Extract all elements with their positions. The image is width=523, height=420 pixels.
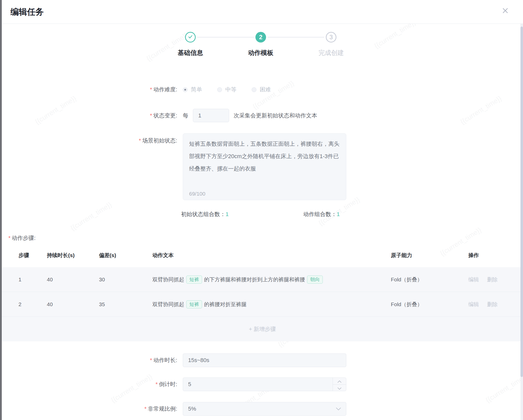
stepper-down-button[interactable]: [333, 385, 346, 391]
col-duration: 持续时长(s): [47, 252, 75, 259]
step-3-label: 完成创建: [301, 49, 361, 57]
cell-deviation: 35: [99, 301, 105, 307]
duration-row: *动作时长: 15s~80s: [2, 353, 523, 367]
cell-step: 2: [18, 301, 22, 307]
scrollbar-thumb[interactable]: [520, 27, 523, 377]
cell-action-text: 双臂协同抓起短裤的下方裤腿和裤腰对折到上方的裤腿和裤腰朝向: [152, 276, 325, 284]
cell-ability: Fold（折叠）: [391, 301, 423, 308]
duration-label: *动作时长:: [2, 356, 177, 364]
cell-duration: 40: [47, 301, 53, 307]
entity-tag: 短裤: [186, 276, 202, 284]
required-asterisk: *: [150, 357, 152, 363]
cell-action-text: 双臂协同抓起短裤的裤腰对折至裤腿: [152, 300, 247, 308]
cell-step: 1: [18, 277, 22, 283]
countdown-value: 5: [188, 381, 191, 388]
cell-deviation: 30: [99, 277, 105, 283]
action-steps-section-label: *动作步骤:: [8, 234, 36, 242]
state-change-prefix: 每: [183, 112, 188, 119]
add-step-button[interactable]: + 新增步骤: [249, 325, 276, 333]
close-icon: [501, 7, 509, 15]
initial-state-label: *场景初始状态:: [2, 133, 177, 144]
chevron-down-icon: [336, 408, 341, 410]
table-row: 14030双臂协同抓起短裤的下方裤腿和裤腰对折到上方的裤腿和裤腰朝向Fold（折…: [2, 267, 523, 292]
col-step: 步骤: [18, 252, 29, 259]
cell-ability: Fold（折叠）: [391, 276, 423, 283]
step-1-indicator: [185, 32, 196, 43]
radio-label: 简单: [191, 86, 202, 93]
close-button[interactable]: [500, 6, 510, 16]
edit-task-dialog: {{current_time}}{{current_time}}{{curren…: [2, 0, 523, 420]
char-counter: 69/100: [189, 191, 205, 197]
edit-link[interactable]: 编辑: [468, 277, 479, 282]
chevron-down-icon: [337, 385, 341, 391]
radio-icon: [252, 87, 256, 92]
cell-duration: 40: [47, 277, 53, 283]
required-asterisk: *: [144, 406, 147, 412]
difficulty-radio[interactable]: 简单: [183, 86, 202, 93]
modal-backdrop-edge: [0, 0, 2, 420]
action-combo-value: 1: [337, 211, 340, 217]
initial-state-row: *场景初始状态: 短裤五条数据背面朝上，五条数据正面朝上，裤腰朝右，离头部视野下…: [2, 133, 523, 200]
action-text-segment: 双臂协同抓起: [152, 277, 184, 282]
initial-state-textarea[interactable]: 短裤五条数据背面朝上，五条数据正面朝上，裤腰朝右，离头部视野下方至少20cm之外…: [183, 133, 346, 200]
required-asterisk: *: [150, 112, 152, 119]
state-change-value: 1: [198, 112, 201, 119]
step-1-label: 基础信息: [160, 49, 221, 57]
duration-value: 15s~80s: [188, 357, 209, 364]
col-actions: 操作: [468, 252, 479, 259]
initial-combo-count: 初始状态组合数：1: [181, 211, 229, 218]
step-2-label: 动作模板: [230, 49, 291, 57]
steps-table-body: 14030双臂协同抓起短裤的下方裤腿和裤腰对折到上方的裤腿和裤腰朝向Fold（折…: [2, 267, 523, 341]
add-step-row: + 新增步骤: [2, 317, 523, 341]
step-2-number: 2: [259, 34, 262, 41]
entity-tag: 朝向: [307, 276, 323, 284]
col-deviation: 偏差(s): [99, 252, 116, 259]
steps-table-header: 步骤 持续时长(s) 偏差(s) 动作文本 原子能力 操作: [2, 252, 523, 263]
action-combo-count: 动作组合数：1: [303, 211, 340, 218]
step-2-indicator: 2: [255, 32, 266, 43]
edit-link[interactable]: 编辑: [468, 301, 479, 307]
dialog-header: 编辑任务: [2, 0, 523, 24]
unusual-ratio-label: *非常规比例:: [2, 405, 177, 413]
delete-link[interactable]: 删除: [487, 277, 498, 282]
countdown-input[interactable]: 5: [183, 377, 346, 391]
required-asterisk: *: [150, 86, 152, 93]
check-icon: [187, 33, 194, 41]
countdown-label: *倒计时:: [2, 381, 177, 388]
entity-tag: 短裤: [186, 300, 202, 308]
difficulty-options: 简单中等困难: [183, 86, 286, 93]
step-connector-1: [197, 37, 254, 37]
required-asterisk: *: [8, 235, 11, 241]
step-3-number: 3: [329, 34, 333, 41]
radio-label: 困难: [260, 86, 271, 93]
state-change-label: *状态变更:: [2, 112, 177, 119]
initial-state-text: 短裤五条数据背面朝上，五条数据正面朝上，裤腰朝右，离头部视野下方至少20cm之外…: [183, 134, 346, 175]
stepper-up-button[interactable]: [333, 378, 346, 385]
col-text: 动作文本: [152, 252, 174, 259]
unusual-ratio-value: 5%: [188, 406, 196, 412]
action-text-segment: 双臂协同抓起: [152, 301, 184, 307]
action-text-segment: 的裤腰对折至裤腿: [204, 301, 247, 307]
required-asterisk: *: [155, 381, 158, 387]
unusual-ratio-row: *非常规比例: 5%: [2, 402, 523, 416]
table-row: 24035双臂协同抓起短裤的裤腰对折至裤腿Fold（折叠）编辑删除: [2, 292, 523, 317]
delete-link[interactable]: 删除: [487, 301, 498, 307]
duration-input[interactable]: 15s~80s: [183, 353, 346, 367]
step-connector-2: [268, 37, 324, 37]
radio-selected-icon: [183, 87, 188, 92]
state-change-input[interactable]: 1: [193, 109, 229, 122]
radio-label: 中等: [225, 86, 236, 93]
state-change-suffix: 次采集会更新初始状态和动作文本: [234, 112, 317, 119]
difficulty-radio[interactable]: 中等: [217, 86, 236, 93]
difficulty-radio[interactable]: 困难: [252, 86, 271, 93]
number-stepper: [333, 378, 346, 391]
unusual-ratio-select[interactable]: 5%: [183, 402, 346, 416]
difficulty-label: *动作难度:: [2, 86, 177, 93]
initial-combo-value: 1: [226, 211, 229, 217]
cell-actions: 编辑删除: [468, 276, 506, 283]
required-asterisk: *: [139, 137, 141, 144]
cell-actions: 编辑删除: [468, 301, 506, 308]
state-change-row: *状态变更: 每 1 次采集会更新初始状态和动作文本: [2, 109, 523, 122]
action-text-segment: 的下方裤腿和裤腰对折到上方的裤腿和裤腰: [204, 277, 305, 282]
radio-icon: [217, 87, 222, 92]
